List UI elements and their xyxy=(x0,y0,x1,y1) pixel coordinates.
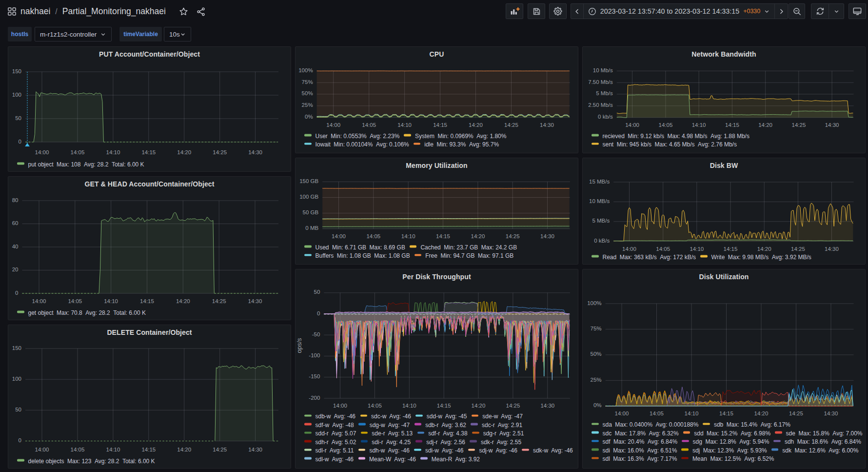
svg-text:0%: 0% xyxy=(593,402,602,408)
svg-text:14:00: 14:00 xyxy=(35,149,49,155)
svg-text:14:10: 14:10 xyxy=(401,233,415,239)
svg-text:100%: 100% xyxy=(298,67,313,73)
svg-text:14:20: 14:20 xyxy=(757,246,771,252)
svg-text:ops/s: ops/s xyxy=(296,338,303,353)
svg-text:14:25: 14:25 xyxy=(212,298,226,304)
svg-text:0%: 0% xyxy=(305,114,313,120)
svg-text:50: 50 xyxy=(314,289,320,295)
svg-text:14:25: 14:25 xyxy=(504,122,518,128)
svg-text:14:20: 14:20 xyxy=(469,122,483,128)
svg-text:50%: 50% xyxy=(302,90,313,96)
svg-text:25%: 25% xyxy=(591,377,602,383)
svg-text:14:05: 14:05 xyxy=(68,298,82,304)
svg-text:-100: -100 xyxy=(309,352,320,358)
svg-text:100%: 100% xyxy=(587,300,601,306)
svg-text:14:20: 14:20 xyxy=(471,233,485,239)
svg-text:14:00: 14:00 xyxy=(615,410,629,416)
svg-text:15 MB/s: 15 MB/s xyxy=(589,179,610,185)
svg-text:75%: 75% xyxy=(302,79,313,85)
svg-text:14:05: 14:05 xyxy=(71,447,85,452)
svg-text:14:05: 14:05 xyxy=(650,410,664,416)
svg-text:-50: -50 xyxy=(312,331,320,337)
svg-text:80: 80 xyxy=(12,197,19,203)
svg-text:14:30: 14:30 xyxy=(825,246,839,252)
svg-text:14:15: 14:15 xyxy=(725,122,739,128)
svg-text:25%: 25% xyxy=(302,102,313,108)
svg-text:150 GB: 150 GB xyxy=(299,178,318,184)
svg-text:14:00: 14:00 xyxy=(35,447,49,452)
svg-text:14:30: 14:30 xyxy=(825,122,839,128)
svg-text:14:05: 14:05 xyxy=(362,122,376,128)
svg-text:14:10: 14:10 xyxy=(402,403,416,409)
svg-text:60: 60 xyxy=(12,220,19,226)
svg-text:10 MB/s: 10 MB/s xyxy=(589,198,610,204)
svg-text:14:20: 14:20 xyxy=(758,122,772,128)
svg-text:150: 150 xyxy=(12,68,21,74)
svg-text:14:00: 14:00 xyxy=(326,122,340,128)
svg-text:14:05: 14:05 xyxy=(366,233,380,239)
svg-text:14:25: 14:25 xyxy=(791,246,805,252)
svg-text:14:15: 14:15 xyxy=(724,246,738,252)
svg-text:14:20: 14:20 xyxy=(177,149,191,155)
svg-text:0: 0 xyxy=(317,310,320,316)
svg-text:14:10: 14:10 xyxy=(692,122,706,128)
svg-text:0: 0 xyxy=(19,139,21,144)
svg-text:14:30: 14:30 xyxy=(540,233,554,239)
svg-text:14:10: 14:10 xyxy=(106,447,120,452)
svg-text:14:05: 14:05 xyxy=(71,149,85,155)
svg-text:14:20: 14:20 xyxy=(472,403,486,409)
svg-text:20: 20 xyxy=(12,267,19,272)
svg-text:100 GB: 100 GB xyxy=(299,194,318,200)
svg-text:14:00: 14:00 xyxy=(333,403,347,409)
svg-text:14:05: 14:05 xyxy=(368,403,382,409)
svg-text:75%: 75% xyxy=(591,326,602,331)
svg-text:14:25: 14:25 xyxy=(506,403,520,409)
svg-text:14:10: 14:10 xyxy=(106,149,120,155)
svg-text:0 MB: 0 MB xyxy=(305,225,318,231)
svg-text:14:20: 14:20 xyxy=(177,447,191,452)
svg-text:14:15: 14:15 xyxy=(140,298,154,304)
svg-text:0: 0 xyxy=(19,437,21,443)
svg-text:14:15: 14:15 xyxy=(141,149,156,155)
svg-text:14:10: 14:10 xyxy=(690,246,704,252)
svg-text:14:00: 14:00 xyxy=(32,298,46,304)
svg-text:100: 100 xyxy=(12,92,21,98)
svg-text:14:20: 14:20 xyxy=(754,410,769,416)
svg-text:14:25: 14:25 xyxy=(506,233,520,239)
svg-text:100: 100 xyxy=(12,376,21,382)
svg-text:50 GB: 50 GB xyxy=(303,209,319,215)
svg-text:-150: -150 xyxy=(309,373,320,379)
svg-text:14:00: 14:00 xyxy=(332,233,346,239)
svg-text:14:10: 14:10 xyxy=(104,298,118,304)
svg-text:14:15: 14:15 xyxy=(719,410,733,416)
svg-text:150: 150 xyxy=(12,345,21,351)
svg-text:50: 50 xyxy=(15,407,21,412)
svg-text:5 Mb/s: 5 Mb/s xyxy=(596,90,613,96)
svg-text:14:00: 14:00 xyxy=(625,122,639,128)
svg-text:-200: -200 xyxy=(309,395,320,401)
svg-text:14:05: 14:05 xyxy=(659,122,673,128)
svg-text:14:30: 14:30 xyxy=(248,447,262,452)
svg-text:14:30: 14:30 xyxy=(824,410,838,416)
svg-text:14:25: 14:25 xyxy=(213,149,227,155)
svg-text:2.50 Mb/s: 2.50 Mb/s xyxy=(588,102,613,108)
svg-text:0 kB/s: 0 kB/s xyxy=(594,238,610,244)
svg-text:14:25: 14:25 xyxy=(213,447,227,452)
svg-text:0: 0 xyxy=(15,290,18,296)
svg-text:0 kb/s: 0 kb/s xyxy=(598,114,613,120)
svg-text:14:15: 14:15 xyxy=(141,447,156,452)
svg-text:14:30: 14:30 xyxy=(540,122,554,128)
svg-text:14:15: 14:15 xyxy=(437,403,451,409)
svg-text:14:10: 14:10 xyxy=(685,410,699,416)
svg-text:7.50 Mb/s: 7.50 Mb/s xyxy=(588,79,613,85)
svg-text:5 MB/s: 5 MB/s xyxy=(592,218,610,224)
svg-text:14:30: 14:30 xyxy=(248,298,262,304)
svg-text:14:30: 14:30 xyxy=(540,403,554,409)
svg-text:14:15: 14:15 xyxy=(436,233,450,239)
svg-text:10 Mb/s: 10 Mb/s xyxy=(593,67,613,73)
svg-text:14:10: 14:10 xyxy=(397,122,412,128)
svg-text:14:05: 14:05 xyxy=(656,246,670,252)
svg-text:14:30: 14:30 xyxy=(248,149,262,155)
svg-text:40: 40 xyxy=(12,244,19,249)
svg-text:50: 50 xyxy=(15,115,21,121)
